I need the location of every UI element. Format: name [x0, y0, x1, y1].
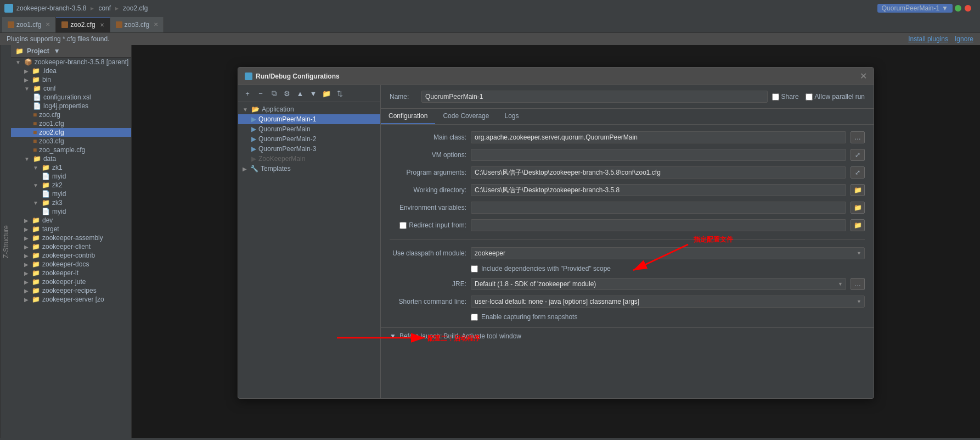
sidebar-item-dev[interactable]: ▶ 📁 dev	[11, 216, 131, 225]
sidebar-item-zoo-cfg[interactable]: ■ zoo.cfg	[11, 110, 131, 119]
sidebar-item-root[interactable]: ▼ 📦 zookeeper-branch-3.5.8 [parent]	[11, 58, 131, 66]
sidebar-item-zoo-sample[interactable]: ■ zoo_sample.cfg	[11, 146, 131, 154]
dialog-tree-quorum2[interactable]: ▶ QuorumPeerMain-2	[238, 134, 380, 144]
sidebar-item-target[interactable]: ▶ 📁 target	[11, 225, 131, 233]
arrow-icon: ▼	[24, 86, 30, 92]
sidebar-item-config-xsl[interactable]: 📄 configuration.xsl	[11, 93, 131, 102]
vm-options-input[interactable]	[471, 149, 846, 161]
share-checkbox[interactable]	[772, 93, 779, 101]
sidebar-item-docs[interactable]: ▶ 📁 zookeeper-docs	[11, 260, 131, 269]
intellij-icon	[4, 4, 13, 13]
cfg-icon: ■	[33, 137, 37, 145]
tab-zoo3cfg[interactable]: ■ zoo3.cfg ✕	[110, 17, 164, 32]
classpath-select[interactable]: zookeeper	[471, 247, 865, 259]
sidebar-item-recipes[interactable]: ▶ 📁 zookeeper-recipes	[11, 286, 131, 295]
working-dir-input[interactable]	[471, 184, 846, 196]
run-button[interactable]	[955, 5, 961, 12]
main-class-browse-btn[interactable]: …	[851, 131, 865, 143]
enable-snapshots-label: Enable capturing form snapshots	[481, 313, 577, 321]
sidebar-item-zoo3cfg[interactable]: ■ zoo3.cfg	[11, 137, 131, 146]
enable-snapshots-checkbox[interactable]	[471, 314, 478, 321]
parallel-checkbox-row: Allow parallel run	[806, 93, 865, 101]
sidebar-item-client[interactable]: ▶ 📁 zookeeper-client	[11, 242, 131, 251]
dialog-close-btn[interactable]: ✕	[860, 71, 867, 81]
sidebar-item-myid3[interactable]: 📄 myid	[11, 207, 131, 216]
shorten-cmd-select[interactable]: user-local default: none - java [options…	[471, 296, 865, 308]
redirect-checkbox[interactable]	[399, 222, 407, 229]
copy-config-btn[interactable]: ⧉	[268, 87, 280, 99]
up-btn[interactable]: ▲	[294, 87, 306, 99]
name-row: Name: Share Allow parallel run	[381, 85, 874, 109]
tab-zoo3cfg-close[interactable]: ✕	[154, 21, 158, 27]
dialog-tree-zookeeper[interactable]: ▶ ZooKeeperMain	[238, 154, 380, 164]
jre-browse-btn[interactable]: …	[851, 278, 865, 290]
run-config-badge[interactable]: QuorumPeerMain-1 ▼	[877, 4, 953, 13]
sidebar-item-conf[interactable]: ▼ 📁 conf	[11, 84, 131, 93]
sidebar-item-assembly[interactable]: ▶ 📁 zookeeper-assembly	[11, 233, 131, 242]
sidebar-item-server[interactable]: ▶ 📁 zookeeper-server [zo	[11, 295, 131, 304]
sidebar-item-it[interactable]: ▶ 📁 zookeeper-it	[11, 269, 131, 277]
program-args-input[interactable]	[471, 166, 846, 179]
jre-select[interactable]: Default (1.8 - SDK of 'zookeeper' module…	[471, 278, 846, 290]
redirect-browse-btn[interactable]: 📁	[851, 219, 865, 231]
dialog-tree-quorum3[interactable]: ▶ QuorumPeerMain-3	[238, 144, 380, 154]
include-deps-checkbox[interactable]	[471, 265, 478, 272]
env-vars-input[interactable]	[471, 202, 846, 214]
tab-zoo2cfg[interactable]: ■ zoo2.cfg ✕	[56, 17, 110, 32]
redirect-input-field[interactable]	[471, 219, 846, 231]
share-label: Share	[781, 93, 799, 101]
project-icon: 📁	[15, 47, 24, 55]
tab-configuration[interactable]: Configuration	[381, 109, 435, 124]
dialog-tree-application-section[interactable]: ▼ 📂 Application	[238, 104, 380, 114]
folder-btn[interactable]: 📁	[320, 87, 333, 99]
form-body: Main class: … VM options: ⤢	[381, 125, 874, 327]
parallel-checkbox[interactable]	[806, 93, 813, 101]
file-icon: 📄	[42, 172, 50, 180]
tab-zoo1cfg[interactable]: ■ zoo1.cfg ✕	[2, 17, 56, 32]
name-input[interactable]	[421, 91, 768, 103]
sidebar-item-data[interactable]: ▼ 📁 data	[11, 154, 131, 163]
dialog-tree-quorum1[interactable]: ▶ QuorumPeerMain-1	[238, 114, 380, 124]
ignore-link[interactable]: Ignore	[955, 35, 973, 43]
env-vars-browse-btn[interactable]: 📁	[851, 202, 865, 214]
arrow-icon: ▶	[24, 279, 29, 285]
sidebar-item-zoo2cfg[interactable]: ■ zoo2.cfg	[11, 128, 131, 137]
before-launch-arrow: ▼	[390, 332, 396, 340]
sidebar-item-bin[interactable]: ▶ 📁 bin	[11, 75, 131, 84]
dialog-tree-templates[interactable]: ▶ 🔧 Templates	[238, 164, 380, 174]
sidebar-item-zk3[interactable]: ▼ 📁 zk3	[11, 198, 131, 207]
tab-code-coverage[interactable]: Code Coverage	[435, 109, 497, 124]
vm-options-expand-btn[interactable]: ⤢	[851, 149, 865, 161]
settings-btn[interactable]: ⚙	[281, 87, 293, 99]
sidebar-item-zk2[interactable]: ▼ 📁 zk2	[11, 181, 131, 190]
sidebar-item-myid2[interactable]: 📄 myid	[11, 190, 131, 198]
program-args-expand-btn[interactable]: ⤢	[851, 166, 865, 179]
dialog-tab-strip: Configuration Code Coverage Logs	[381, 109, 874, 125]
down-btn[interactable]: ▼	[307, 87, 319, 99]
sidebar-item-myid1[interactable]: 📄 myid	[11, 172, 131, 181]
tab-zoo1cfg-close[interactable]: ✕	[46, 21, 50, 27]
classpath-select-wrapper: zookeeper	[471, 247, 865, 259]
z-structure-tab[interactable]: Z-Structure	[0, 45, 11, 438]
main-class-input[interactable]	[471, 131, 846, 143]
shorten-cmd-row: Shorten command line: user-local default…	[390, 296, 865, 308]
before-launch-header[interactable]: ▼ Before launch: Build, Activate tool wi…	[390, 332, 865, 340]
sidebar-item-jute[interactable]: ▶ 📁 zookeeper-jute	[11, 277, 131, 286]
sidebar-item-zk1[interactable]: ▼ 📁 zk1	[11, 163, 131, 172]
dialog-tree-quorummain[interactable]: ▶ QuorumPeerMain	[238, 124, 380, 134]
working-dir-browse-btn[interactable]: 📁	[851, 184, 865, 196]
sidebar-item-idea[interactable]: ▶ 📁 .idea	[11, 66, 131, 75]
sidebar-item-contrib[interactable]: ▶ 📁 zookeeper-contrib	[11, 251, 131, 260]
sort-btn[interactable]: ⇅	[334, 87, 346, 99]
tab-logs[interactable]: Logs	[497, 109, 526, 124]
remove-config-btn[interactable]: −	[255, 87, 267, 99]
install-plugins-link[interactable]: Install plugins	[908, 35, 948, 43]
add-config-btn[interactable]: +	[241, 87, 254, 99]
sidebar-item-log4j[interactable]: 📄 log4j.properties	[11, 102, 131, 110]
stop-button[interactable]	[965, 5, 971, 12]
vm-options-label: VM options:	[390, 151, 466, 159]
tab-zoo2cfg-close[interactable]: ✕	[100, 22, 104, 28]
sidebar-header: 📁 Project ▼	[11, 45, 131, 58]
sidebar-item-zoo1cfg[interactable]: ■ zoo1.cfg	[11, 119, 131, 128]
sidebar: 📁 Project ▼ ▼ 📦 zookeeper-branch-3.5.8 […	[11, 45, 132, 438]
